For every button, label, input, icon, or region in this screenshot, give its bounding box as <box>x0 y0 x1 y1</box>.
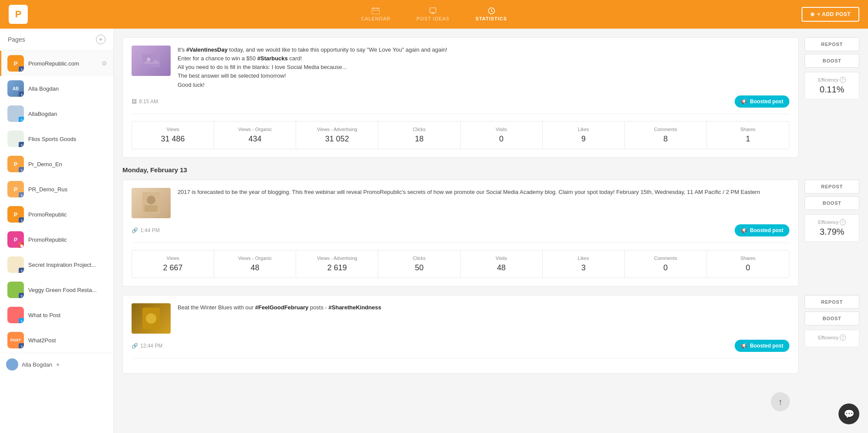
link-icon: 🔗 <box>132 227 138 233</box>
stat-views-organic: Views - Organic 434 <box>214 121 296 149</box>
sidebar-item-veggy-green[interactable]: f Veggy Green Food Resta... <box>0 277 113 302</box>
avatar: f <box>7 256 24 273</box>
nav-item-calendar[interactable]: CALENDAR <box>361 7 390 21</box>
avatar: t <box>7 105 24 122</box>
boosted-badge-3[interactable]: 📢 Boosted post <box>735 340 789 352</box>
boost-button-3[interactable]: BOOST <box>805 312 859 325</box>
stat-clicks-2: Clicks 50 <box>378 250 460 278</box>
avatar: f <box>7 282 24 298</box>
post-time-2: 🔗 1:44 PM <box>132 227 160 233</box>
twitter-badge: t <box>19 117 24 122</box>
stat-comments: Comments 8 <box>625 121 707 149</box>
stat-likes-2: Likes 3 <box>543 250 625 278</box>
post-time-3: 🔗 12:44 PM <box>132 343 162 349</box>
efficiency-block-2: Efficiency ? 3.79% <box>805 214 859 242</box>
stat-likes: Likes 9 <box>543 121 625 149</box>
nav-item-statistics[interactable]: STATISTICS <box>475 7 507 21</box>
facebook-badge: f <box>19 293 24 298</box>
stat-visits: Visits 0 <box>461 121 543 149</box>
repost-button-3[interactable]: REPOST <box>805 295 859 309</box>
scroll-up-button[interactable]: ↑ <box>771 392 790 411</box>
sidebar-item-pr-demo-en[interactable]: P f Pr_Demo_En <box>0 151 113 177</box>
efficiency-label-2: Efficiency ? <box>809 219 855 225</box>
avatar: P f <box>7 55 24 72</box>
avatar: P f <box>7 206 24 223</box>
post-group-3: Beat the Winter Blues with our #FeelGood… <box>122 295 859 374</box>
megaphone-icon-2: 📢 <box>741 227 747 233</box>
repost-button-2[interactable]: REPOST <box>805 180 859 194</box>
facebook-badge: f <box>19 142 24 147</box>
gear-icon[interactable]: ⚙ <box>102 60 107 67</box>
avatar: P ▣ <box>7 231 24 248</box>
efficiency-info-icon-1[interactable]: ? <box>840 77 846 83</box>
post-content-3: Beat the Winter Blues with our #FeelGood… <box>132 303 789 334</box>
add-page-button[interactable]: + <box>96 35 106 44</box>
post-actions-1: REPOST BOOST Efficiency ? 0.11% <box>799 37 859 99</box>
post-group-2: 2017 is forecasted to be the year of blo… <box>122 180 859 286</box>
sidebar-footer[interactable]: Alla Bogdan ▾ <box>0 353 113 376</box>
current-user-label: Alla Bogdan <box>22 361 52 368</box>
efficiency-info-icon-2[interactable]: ? <box>840 219 846 225</box>
avatar: t <box>7 307 24 323</box>
facebook-badge: f <box>19 343 24 348</box>
stat-views-2: Views 2 667 <box>132 250 214 278</box>
stat-views-organic-2: Views - Organic 48 <box>214 250 296 278</box>
pages-label: Pages <box>8 36 25 43</box>
repost-button-1[interactable]: REPOST <box>805 37 859 51</box>
sidebar-item-alla-bogdan[interactable]: AB f Alla Bogdan <box>0 76 113 101</box>
sidebar-item-pr-demo-rus[interactable]: P f PR_Demo_Rus <box>0 177 113 202</box>
sidebar-item-flios[interactable]: f Flios Sports Goods <box>0 126 113 151</box>
svg-rect-8 <box>142 54 160 67</box>
nav-item-post-ideas[interactable]: POST IDEAS <box>416 7 449 21</box>
svg-point-14 <box>146 313 156 324</box>
boosted-badge-2[interactable]: 📢 Boosted post <box>735 224 789 236</box>
add-post-button[interactable]: ⊕ + ADD POST <box>802 7 859 22</box>
efficiency-label-3: Efficiency ? <box>809 335 855 341</box>
megaphone-icon-3: 📢 <box>741 343 747 349</box>
sidebar-item-promorepublic-ig[interactable]: P ▣ PromoRepublic <box>0 227 113 252</box>
chevron-down-icon: ▾ <box>56 361 59 368</box>
sidebar-item-promorepublic-fb[interactable]: P f PromoRepublic <box>0 202 113 227</box>
sidebar-item-what-to-post[interactable]: t What to Post <box>0 302 113 328</box>
image-icon: 🖼 <box>132 98 137 105</box>
stats-row-2: Views 2 667 Views - Organic 48 Views - A… <box>132 250 789 278</box>
megaphone-icon: 📢 <box>741 98 747 105</box>
avatar: f <box>7 131 24 147</box>
stat-views-advertising-2: Views - Advertising 2 619 <box>296 250 378 278</box>
efficiency-value-1: 0.11% <box>809 85 855 95</box>
svg-rect-0 <box>372 8 380 14</box>
sidebar-item-secret-inspiration[interactable]: f Secret Inspiration Project... <box>0 252 113 277</box>
post-text-1: It's #ValentinesDay today, and we would … <box>178 46 789 89</box>
sidebar-item-allabogdan[interactable]: t AllaBogdan <box>0 101 113 126</box>
post-content-1: It's #ValentinesDay today, and we would … <box>132 46 789 89</box>
efficiency-block-3: Efficiency ? <box>805 330 859 347</box>
facebook-badge: f <box>19 167 24 172</box>
stat-comments-2: Comments 0 <box>625 250 707 278</box>
post-meta-2: 🔗 1:44 PM 📢 Boosted post <box>132 224 789 243</box>
boosted-badge-1[interactable]: 📢 Boosted post <box>735 95 789 108</box>
post-actions-2: REPOST BOOST Efficiency ? 3.79% <box>799 180 859 242</box>
sidebar-item-promorepublic-com[interactable]: P f PromoRepublic.com ⚙ <box>0 51 113 76</box>
logo[interactable]: P <box>9 5 28 24</box>
post-card-1: It's #ValentinesDay today, and we would … <box>122 37 799 157</box>
date-separator-2: Monday, February 13 <box>122 166 859 174</box>
boost-button-2[interactable]: BOOST <box>805 196 859 210</box>
stat-shares-2: Shares 0 <box>707 250 789 278</box>
boost-button-1[interactable]: BOOST <box>805 54 859 68</box>
post-image-2 <box>132 188 171 218</box>
post-meta-1: 🖼 8:15 AM 📢 Boosted post <box>132 95 789 114</box>
stat-clicks: Clicks 18 <box>378 121 460 149</box>
sidebar-item-what2post[interactable]: POST f What2Post <box>0 328 113 353</box>
chat-bubble-button[interactable]: 💬 <box>838 403 859 424</box>
main-nav: CALENDAR POST IDEAS STATISTICS <box>361 7 507 21</box>
post-card-3: Beat the Winter Blues with our #FeelGood… <box>122 295 799 374</box>
facebook-badge: f <box>19 92 24 97</box>
sidebar: Pages + P f PromoRepublic.com ⚙ AB f All… <box>0 29 114 433</box>
stat-shares: Shares 1 <box>707 121 789 149</box>
post-image-3 <box>132 303 171 334</box>
facebook-badge: f <box>19 66 24 72</box>
header: P CALENDAR POST IDEAS <box>0 0 868 29</box>
efficiency-info-icon-3[interactable]: ? <box>840 335 846 341</box>
link-icon-3: 🔗 <box>132 343 138 349</box>
instagram-badge: ▣ <box>19 243 24 248</box>
